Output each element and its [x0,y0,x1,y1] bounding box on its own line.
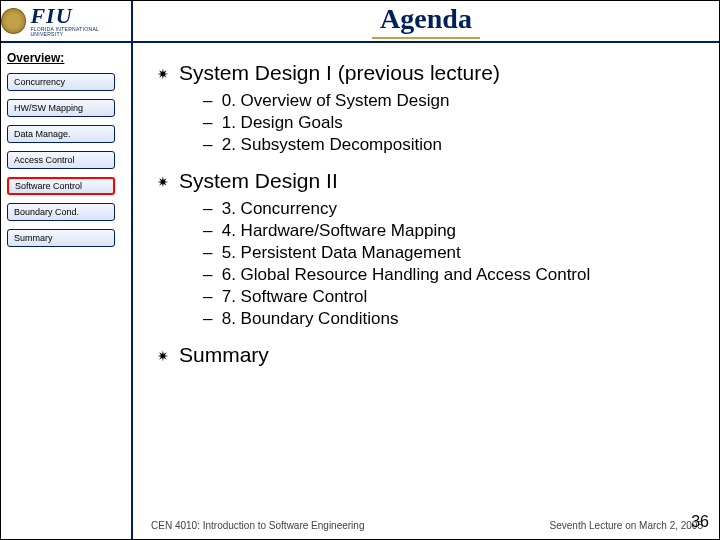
bullet-dash-icon: – [203,243,217,263]
agenda-subitem-text: 5. Persistent Data Management [217,243,461,262]
agenda-subitem-text: 0. Overview of System Design [217,91,449,110]
footer-right: Seventh Lecture on March 2, 2005 [550,520,703,531]
bullet-dash-icon: – [203,113,217,133]
agenda-section: ✷System Design II– 3. Concurrency– 4. Ha… [157,169,699,329]
logo-text: FIU FLORIDA INTERNATIONAL UNIVERSITY [30,5,131,37]
bullet-dash-icon: – [203,265,217,285]
sidebar: Overview: ConcurrencyHW/SW MappingData M… [1,43,133,539]
agenda-subitem-text: 1. Design Goals [217,113,343,132]
slide: FIU FLORIDA INTERNATIONAL UNIVERSITY Age… [0,0,720,540]
sidebar-item-label: Summary [14,233,53,243]
agenda-subitem: – 1. Design Goals [203,113,699,133]
footer-left: CEN 4010: Introduction to Software Engin… [151,520,364,531]
agenda-subitem: – 4. Hardware/Software Mapping [203,221,699,241]
sidebar-item-label: Concurrency [14,77,65,87]
title-cell: Agenda [133,3,719,39]
logo-subtitle: FLORIDA INTERNATIONAL UNIVERSITY [30,27,131,37]
bullet-star-icon: ✷ [157,343,169,369]
bullet-dash-icon: – [203,287,217,307]
bullet-dash-icon: – [203,221,217,241]
content-area: ✷System Design I (previous lecture)– 0. … [133,43,719,539]
title-bar: FIU FLORIDA INTERNATIONAL UNIVERSITY Age… [1,1,719,43]
agenda-subitem-text: 2. Subsystem Decomposition [217,135,442,154]
sidebar-item-label: Access Control [14,155,75,165]
sidebar-item-data-manage-[interactable]: Data Manage. [7,125,115,143]
agenda-sublist: – 3. Concurrency– 4. Hardware/Software M… [203,199,699,329]
agenda-heading: System Design I (previous lecture) [179,61,500,85]
sidebar-item-label: Boundary Cond. [14,207,79,217]
agenda-heading: Summary [179,343,269,367]
slide-body: Overview: ConcurrencyHW/SW MappingData M… [1,43,719,539]
agenda-subitem-text: 4. Hardware/Software Mapping [217,221,456,240]
sidebar-item-summary[interactable]: Summary [7,229,115,247]
agenda-subitem: – 8. Boundary Conditions [203,309,699,329]
slide-title: Agenda [372,3,480,39]
agenda-subitem: – 6. Global Resource Handling and Access… [203,265,699,285]
agenda-heading-row: ✷System Design I (previous lecture) [157,61,699,87]
agenda-sublist: – 0. Overview of System Design– 1. Desig… [203,91,699,155]
sidebar-item-label: Data Manage. [14,129,71,139]
agenda-subitem: – 7. Software Control [203,287,699,307]
agenda-subitem: – 3. Concurrency [203,199,699,219]
agenda-subitem-text: 6. Global Resource Handling and Access C… [217,265,590,284]
agenda-subitem-text: 8. Boundary Conditions [217,309,398,328]
agenda-subitem-text: 3. Concurrency [217,199,337,218]
sidebar-item-hw-sw-mapping[interactable]: HW/SW Mapping [7,99,115,117]
sidebar-item-concurrency[interactable]: Concurrency [7,73,115,91]
sidebar-item-access-control[interactable]: Access Control [7,151,115,169]
sidebar-item-label: Software Control [15,181,82,191]
agenda-subitem: – 0. Overview of System Design [203,91,699,111]
agenda-heading: System Design II [179,169,338,193]
bullet-star-icon: ✷ [157,61,169,87]
agenda-heading-row: ✷System Design II [157,169,699,195]
bullet-dash-icon: – [203,309,217,329]
bullet-star-icon: ✷ [157,169,169,195]
sidebar-item-boundary-cond-[interactable]: Boundary Cond. [7,203,115,221]
footer: CEN 4010: Introduction to Software Engin… [1,520,719,531]
agenda-section: ✷System Design I (previous lecture)– 0. … [157,61,699,155]
agenda-subitem: – 2. Subsystem Decomposition [203,135,699,155]
sidebar-item-label: HW/SW Mapping [14,103,83,113]
bullet-dash-icon: – [203,199,217,219]
logo-main: FIU [30,5,131,27]
agenda-subitem-text: 7. Software Control [217,287,367,306]
bullet-dash-icon: – [203,135,217,155]
page-number: 36 [691,513,709,531]
logo-cell: FIU FLORIDA INTERNATIONAL UNIVERSITY [1,1,133,41]
sidebar-heading: Overview: [7,51,125,65]
bullet-dash-icon: – [203,91,217,111]
agenda-heading-row: ✷Summary [157,343,699,369]
university-seal-icon [1,8,26,34]
agenda-section: ✷Summary [157,343,699,369]
sidebar-item-software-control[interactable]: Software Control [7,177,115,195]
agenda-subitem: – 5. Persistent Data Management [203,243,699,263]
